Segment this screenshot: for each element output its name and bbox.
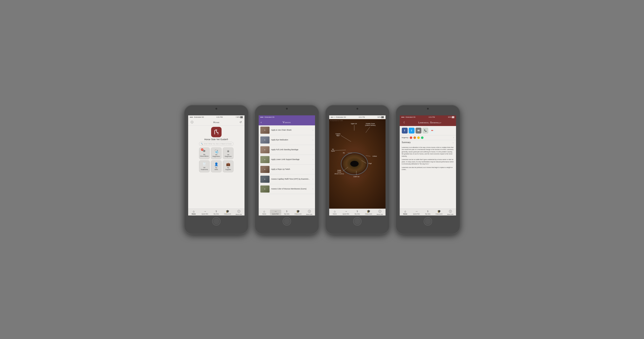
urgency-dot-yellow <box>417 136 420 139</box>
moreinfo-nav-label-2: More Info <box>306 214 312 215</box>
nav-myvets-3[interactable]: ⚕ My Vets <box>352 210 363 215</box>
nav-moreinfo-2[interactable]: ⓘ More Info <box>304 210 315 215</box>
video-item-mucous[interactable]: ▶ Assess Color of Mucous Membranes (Gums… <box>259 184 315 194</box>
home-nav-icon: ⌂ <box>193 210 194 213</box>
status-bar-home: ●●●·· Extended 3G 4:21 PM ↑ 92% ▓▓ <box>188 115 244 119</box>
video-title-5: Apply a Rope Lip Twitch <box>271 168 311 170</box>
video-item-lower-limb[interactable]: ▶ Apply Lower Limb Support Bandage › <box>259 155 315 164</box>
lameness-para-2: Lameness can be so subtle that it goes u… <box>402 158 454 165</box>
summary-chevron[interactable]: ⌄ <box>452 141 454 144</box>
quickref-nav-label-2: Quick Ref. <box>272 213 279 215</box>
screen-videos: ●●●·· Extended 3G ‹ Videos ▶ Apply & Use… <box>259 115 315 216</box>
home-nav-label: Home <box>192 213 196 215</box>
urgency-label: Urgency <box>402 137 408 138</box>
nav-myvets-2[interactable]: ⚕ My Vets <box>281 210 292 215</box>
home-title: Home <box>213 121 220 124</box>
urgency-dot-green <box>421 136 424 139</box>
home-button-3[interactable] <box>353 217 362 226</box>
classroom-nav-icon-4: 🎓 <box>437 210 441 213</box>
my-skills-icon: 👤 <box>214 162 218 166</box>
videos-back-btn[interactable]: ‹ <box>261 120 262 124</box>
nav-moreinfo-4[interactable]: ⓘ More Info <box>445 210 456 215</box>
video-item-crt[interactable]: ▶ Assess Capillary Refill Time (CRT) by … <box>259 174 315 184</box>
edit-icon: ✏ <box>431 129 433 132</box>
facebook-btn[interactable]: f <box>402 128 408 134</box>
vet-treatments-icon: 🦷 <box>202 162 206 166</box>
status-right-4: 92% ▓▓ <box>448 116 454 118</box>
status-right-3: 92% ▓▓ <box>378 116 384 118</box>
chevron-7: › <box>312 188 313 190</box>
btn-observations[interactable]: 6 👁 MyObservations <box>199 148 210 160</box>
nav-home-2[interactable]: ⌂ Home <box>259 210 270 215</box>
home-button-1[interactable] <box>212 217 220 226</box>
nav-myvets-4[interactable]: ⚕ My Vets <box>422 210 434 215</box>
videos-header: ‹ Videos <box>259 119 315 126</box>
video-item-eye-medication[interactable]: ▶ Apply Eye Medication › <box>259 135 315 145</box>
svg-text:Limbus: Limbus <box>372 156 377 157</box>
myvets-nav-label-3: My Vets <box>355 213 360 215</box>
edit-btn[interactable]: ✏ <box>429 128 435 134</box>
nav-moreinfo-3[interactable]: ⓘ More Info <box>374 210 386 215</box>
moreinfo-nav-label-3: More Info <box>377 214 383 215</box>
home-content: Horse Side Vet Guide® 🔍 Enter What You S… <box>188 126 244 208</box>
chevron-2: › <box>312 139 313 141</box>
btn-vet-diagnostics[interactable]: 🩺 VetDiagnostics <box>211 148 222 160</box>
status-center-3: 4:21 PM <box>358 116 365 118</box>
nav-classroom[interactable]: 🎓 Classroom <box>222 210 233 215</box>
nav-classroom-2[interactable]: 🎓 Classroom <box>292 210 304 215</box>
myvets-nav-label: My Vets <box>214 213 219 215</box>
facebook-icon: f <box>404 129 405 132</box>
search-box[interactable]: 🔍 Enter What You See or Want to Know <box>199 142 234 146</box>
email-btn[interactable]: ✉ <box>416 128 422 134</box>
observations-label: MyObservations <box>200 154 208 157</box>
svg-text:Eyelid: Eyelid <box>331 150 335 152</box>
btn-vet-diagnoses[interactable]: ✳ VetDiagnoses <box>223 148 234 160</box>
eye-screen: The Equivenets Inc. © 2013 Upper Lid <box>329 119 386 208</box>
home-button-2[interactable] <box>283 217 291 226</box>
nav-quickref-3[interactable]: → Quick Ref. <box>340 210 352 215</box>
nav-home-3[interactable]: ⌂ Home <box>329 210 340 215</box>
btn-my-skills[interactable]: 👤 MySkills <box>211 160 222 172</box>
classroom-nav-label-2: Classroom <box>294 213 302 215</box>
bottom-nav-eye: ⌂ Home → Quick Ref. ⚕ My Vets 🎓 Classroo… <box>329 208 386 216</box>
btn-vet-treatments[interactable]: 🦷 VetTreatments <box>199 160 210 172</box>
nav-quickref[interactable]: → Quick Ref. <box>200 210 211 215</box>
lameness-back-btn[interactable]: 《 <box>402 121 405 124</box>
urgency-chevron[interactable]: › <box>453 136 454 139</box>
nav-classroom-4[interactable]: 🎓 Classroom <box>434 210 445 215</box>
btn-my-supplies[interactable]: 💼 MySupplies <box>223 160 234 172</box>
home-button-4[interactable] <box>424 217 432 226</box>
info-icon[interactable]: ⓘ <box>191 120 194 124</box>
observations-badge: 6 <box>201 148 204 151</box>
nav-moreinfo[interactable]: ⓘ More Info <box>233 210 244 215</box>
home-header: ⓘ Home ↺ <box>188 119 244 126</box>
svg-line-14 <box>366 156 370 156</box>
video-thumb-1: ▶ <box>260 127 270 134</box>
classroom-nav-icon-2: 🎓 <box>296 210 300 213</box>
nav-home[interactable]: ⌂ Home <box>188 210 200 215</box>
svg-text:Inside: Inside <box>337 170 341 171</box>
summary-header: Summary ⌄ <box>402 141 454 144</box>
video-item-full-limb[interactable]: ▶ Apply Full Limb Standing Bandage › <box>259 145 315 155</box>
svg-text:Corpora: Corpora <box>336 133 340 135</box>
nav-quickref-4[interactable]: → Quick Ref. <box>411 210 422 215</box>
home-nav-icon-4: ⌂ <box>404 210 406 213</box>
nav-home-4[interactable]: ⌂ Home <box>400 210 411 215</box>
video-thumb-6: ▶ <box>260 176 270 183</box>
home-nav-label-4: Home <box>403 213 407 215</box>
twitter-btn[interactable]: t <box>409 128 414 134</box>
refresh-icon[interactable]: ↺ <box>240 120 242 124</box>
my-supplies-icon: 💼 <box>226 162 230 166</box>
phone-btn[interactable]: 📞 <box>422 128 428 134</box>
myvets-nav-icon-2: ⚕ <box>286 210 288 213</box>
nav-quickref-2[interactable]: → Quick Ref. <box>270 210 281 215</box>
urgency-dot-red <box>410 136 412 139</box>
nav-classroom-3[interactable]: 🎓 Classroom <box>363 210 374 215</box>
quickref-nav-icon-2: → <box>274 210 277 213</box>
vet-diagnostics-icon: 🩺 <box>214 149 218 153</box>
vet-treatments-label: VetTreatments <box>201 167 208 170</box>
nav-myvets[interactable]: ⚕ My Vets <box>211 210 222 215</box>
video-item-rope-twitch[interactable]: ▶ Apply a Rope Lip Twitch › <box>259 164 315 174</box>
status-left-2: ●●●·· Extended 3G <box>260 116 274 118</box>
video-item-chain-shank[interactable]: ▶ Apply & Use Chain Shank › <box>259 126 315 135</box>
